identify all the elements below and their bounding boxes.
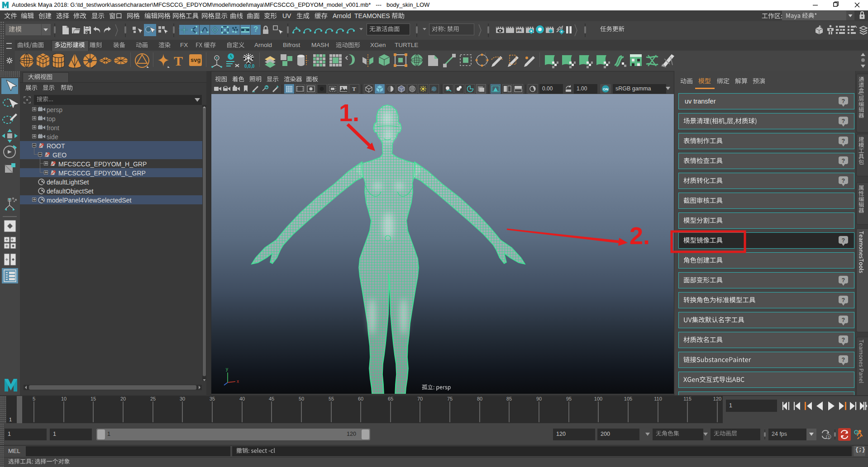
svg-text:90: 90 xyxy=(536,396,542,401)
svg-text:85: 85 xyxy=(506,396,512,401)
svg-text:0,0,0: 0,0,0 xyxy=(244,64,255,69)
svg-text:?: ? xyxy=(842,158,845,164)
svg-text:ON: ON xyxy=(603,87,608,91)
svg-text:y: y xyxy=(226,367,228,372)
svg-text:25: 25 xyxy=(150,396,156,401)
svg-text:T: T xyxy=(352,85,356,92)
svg-text:20: 20 xyxy=(120,396,126,401)
svg-text:60: 60 xyxy=(358,396,363,401)
svg-text:30: 30 xyxy=(180,396,185,401)
svg-text:?: ? xyxy=(842,98,845,104)
svg-text:80: 80 xyxy=(477,396,482,401)
svg-text:65: 65 xyxy=(388,396,393,401)
svg-text:15: 15 xyxy=(91,396,96,401)
svg-text:10: 10 xyxy=(61,396,67,401)
svg-text:?: ? xyxy=(842,118,845,124)
svg-text:115: 115 xyxy=(683,396,692,401)
svg-text:55: 55 xyxy=(329,396,334,401)
svg-text:35: 35 xyxy=(210,396,215,401)
svg-text:IPR: IPR xyxy=(517,29,522,32)
svg-text:5: 5 xyxy=(33,396,35,401)
svg-text:1: 1 xyxy=(9,417,12,422)
svg-text:1: 1 xyxy=(828,435,830,439)
svg-text:75: 75 xyxy=(447,396,453,401)
svg-text:70: 70 xyxy=(417,396,423,401)
svg-text:?: ? xyxy=(842,237,845,244)
svg-text:x: x xyxy=(237,379,239,384)
svg-text:?: ? xyxy=(842,317,845,323)
svg-text:120: 120 xyxy=(713,396,721,401)
svg-text:105: 105 xyxy=(624,396,632,401)
svg-text:45: 45 xyxy=(269,396,274,401)
svg-text:40: 40 xyxy=(239,396,245,401)
svg-text:95: 95 xyxy=(566,396,572,401)
svg-text:?: ? xyxy=(842,297,845,303)
svg-text:?: ? xyxy=(842,138,845,144)
svg-text:?: ? xyxy=(842,277,845,283)
svg-text:?: ? xyxy=(842,357,845,363)
svg-text:?: ? xyxy=(842,178,845,184)
svg-text:100: 100 xyxy=(594,396,602,401)
svg-text:?: ? xyxy=(842,337,845,343)
svg-text:110: 110 xyxy=(654,396,662,401)
svg-text:50: 50 xyxy=(299,396,304,401)
